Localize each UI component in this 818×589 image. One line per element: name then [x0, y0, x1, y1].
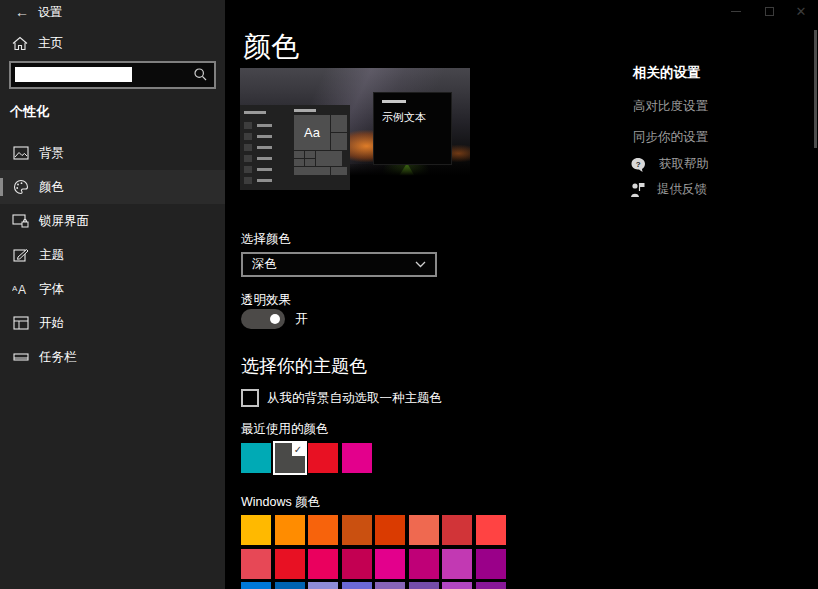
- color-mode-label: 选择颜色: [241, 231, 291, 248]
- close-icon: ✕: [796, 5, 807, 18]
- preview-aa-tile: Aa: [294, 115, 330, 150]
- recent-color-swatch[interactable]: ✓: [275, 443, 305, 473]
- sidebar-section-header: 个性化: [10, 103, 49, 121]
- windows-color-swatch[interactable]: [241, 582, 271, 589]
- sidebar: ← 设置 主页 个性化 背景 颜色 锁屏界面: [0, 0, 225, 589]
- related-settings-header: 相关的设置: [633, 64, 803, 82]
- color-mode-dropdown[interactable]: 深色: [241, 252, 437, 277]
- scrollbar-thumb[interactable]: [814, 30, 817, 148]
- sync-settings-link[interactable]: 同步你的设置: [633, 129, 803, 146]
- transparency-label: 透明效果: [241, 292, 291, 309]
- sidebar-item-taskbar[interactable]: 任务栏: [0, 340, 225, 374]
- windows-color-swatch[interactable]: [442, 549, 472, 579]
- popup-title-bar: [382, 100, 406, 103]
- selected-check-icon: ✓: [292, 443, 305, 456]
- themes-icon: [12, 247, 29, 264]
- preview-tiles: Aa: [294, 109, 347, 175]
- color-mode-value: 深色: [252, 256, 277, 273]
- windows-color-swatch[interactable]: [409, 515, 439, 545]
- get-help-label: 获取帮助: [659, 156, 709, 173]
- transparency-toggle[interactable]: [241, 309, 285, 329]
- windows-color-swatch[interactable]: [275, 515, 305, 545]
- sidebar-item-colors[interactable]: 颜色: [0, 170, 225, 204]
- sidebar-home-label: 主页: [38, 35, 63, 52]
- windows-color-swatch[interactable]: [476, 515, 506, 545]
- minimize-icon: [731, 11, 741, 12]
- windows-color-swatch[interactable]: [241, 515, 271, 545]
- home-icon: [12, 36, 28, 51]
- start-icon: [12, 315, 29, 332]
- sidebar-item-label: 任务栏: [39, 349, 77, 366]
- transparency-state-label: 开: [295, 311, 308, 328]
- lock-screen-icon: [12, 213, 29, 230]
- sidebar-item-label: 颜色: [39, 179, 64, 196]
- auto-accent-row: 从我的背景自动选取一种主题色: [241, 389, 442, 407]
- sidebar-item-label: 背景: [39, 145, 64, 162]
- get-help-link[interactable]: ? 获取帮助: [630, 156, 709, 173]
- svg-text:?: ?: [636, 159, 641, 168]
- windows-color-swatch[interactable]: [442, 515, 472, 545]
- search-redacted-text: [15, 67, 132, 82]
- windows-color-swatch[interactable]: [409, 582, 439, 589]
- search-input[interactable]: [9, 61, 216, 89]
- sidebar-item-home[interactable]: 主页: [0, 30, 225, 56]
- recent-color-swatch[interactable]: [342, 443, 372, 473]
- background-image-icon: [12, 145, 29, 162]
- feedback-link[interactable]: 提供反馈: [630, 181, 707, 198]
- sidebar-item-fonts[interactable]: AA 字体: [0, 272, 225, 306]
- sidebar-item-lockscreen[interactable]: 锁屏界面: [0, 204, 225, 238]
- windows-color-swatch[interactable]: [342, 549, 372, 579]
- theme-preview-image: Aa 示例文本: [240, 68, 470, 190]
- windows-color-swatch[interactable]: [275, 549, 305, 579]
- feedback-icon: [630, 182, 645, 198]
- sidebar-item-themes[interactable]: 主题: [0, 238, 225, 272]
- windows-color-swatch[interactable]: [476, 582, 506, 589]
- windows-color-swatch[interactable]: [308, 515, 338, 545]
- windows-color-swatch[interactable]: [308, 549, 338, 579]
- windows-color-swatch[interactable]: [476, 549, 506, 579]
- minimize-button[interactable]: [720, 0, 752, 22]
- windows-color-swatch[interactable]: [275, 582, 305, 589]
- windows-color-swatch[interactable]: [375, 515, 405, 545]
- windows-color-swatch[interactable]: [342, 515, 372, 545]
- feedback-label: 提供反馈: [657, 181, 707, 198]
- maximize-button[interactable]: [753, 0, 785, 22]
- windows-color-swatch[interactable]: [342, 582, 372, 589]
- accent-section-title: 选择你的主题色: [241, 354, 367, 378]
- recent-color-swatch[interactable]: [241, 443, 271, 473]
- windows-color-swatch[interactable]: [409, 549, 439, 579]
- windows-color-swatch[interactable]: [375, 582, 405, 589]
- recent-colors-row: ✓: [241, 443, 372, 473]
- app-title: 设置: [38, 4, 62, 21]
- windows-colors-label: Windows 颜色: [241, 494, 320, 511]
- sample-text: 示例文本: [382, 110, 451, 125]
- windows-color-swatch[interactable]: [241, 549, 271, 579]
- fonts-icon: AA: [12, 281, 29, 298]
- page-title: 颜色: [243, 28, 299, 66]
- sidebar-item-start[interactable]: 开始: [0, 306, 225, 340]
- sidebar-item-label: 字体: [39, 281, 64, 298]
- auto-accent-label: 从我的背景自动选取一种主题色: [267, 390, 442, 407]
- close-button[interactable]: ✕: [785, 0, 817, 22]
- recent-color-swatch[interactable]: [308, 443, 338, 473]
- sidebar-nav: 背景 颜色 锁屏界面 主题 AA 字体: [0, 136, 225, 374]
- search-icon[interactable]: [193, 67, 208, 82]
- preview-mini-window: Aa: [240, 105, 350, 190]
- recent-colors-label: 最近使用的颜色: [241, 421, 329, 438]
- windows-color-swatch[interactable]: [375, 549, 405, 579]
- taskbar-icon: [12, 349, 29, 366]
- high-contrast-link[interactable]: 高对比度设置: [633, 98, 803, 115]
- sidebar-item-label: 锁屏界面: [39, 213, 89, 230]
- windows-color-swatch[interactable]: [308, 582, 338, 589]
- toggle-knob: [270, 314, 280, 324]
- sidebar-item-label: 主题: [39, 247, 64, 264]
- related-settings: 相关的设置 高对比度设置 同步你的设置: [633, 64, 803, 146]
- preview-sample-popup: 示例文本: [373, 92, 452, 165]
- sidebar-item-background[interactable]: 背景: [0, 136, 225, 170]
- windows-colors-grid: [241, 515, 506, 589]
- back-button[interactable]: ←: [10, 2, 34, 22]
- windows-color-swatch[interactable]: [442, 582, 472, 589]
- auto-accent-checkbox[interactable]: [241, 389, 259, 407]
- get-help-icon: ?: [630, 157, 647, 173]
- svg-text:A: A: [18, 283, 26, 296]
